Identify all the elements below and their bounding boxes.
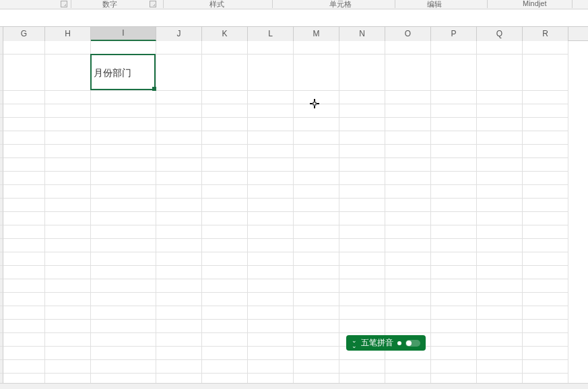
cell[interactable] xyxy=(385,158,431,172)
cell[interactable] xyxy=(202,306,248,320)
cell[interactable] xyxy=(156,293,202,306)
cell[interactable] xyxy=(91,91,156,104)
cell[interactable] xyxy=(91,279,156,293)
cell[interactable] xyxy=(3,225,45,239)
column-header[interactable]: K xyxy=(202,27,248,41)
cell[interactable] xyxy=(91,306,156,320)
cell[interactable] xyxy=(91,252,156,266)
cell[interactable] xyxy=(202,360,248,374)
cell[interactable] xyxy=(339,131,385,145)
cell[interactable] xyxy=(156,306,202,320)
cell[interactable] xyxy=(431,199,477,212)
cell[interactable] xyxy=(156,185,202,199)
cell[interactable] xyxy=(91,145,156,158)
cell[interactable] xyxy=(45,252,91,266)
cell[interactable] xyxy=(523,212,568,225)
cell[interactable] xyxy=(385,118,431,131)
column-header[interactable]: M xyxy=(294,27,339,41)
cell[interactable] xyxy=(3,306,45,320)
cell[interactable] xyxy=(156,199,202,212)
cell[interactable] xyxy=(339,293,385,306)
column-header[interactable]: N xyxy=(339,27,385,41)
cell[interactable] xyxy=(156,252,202,266)
cell[interactable] xyxy=(202,239,248,252)
cell[interactable] xyxy=(248,131,294,145)
cell[interactable] xyxy=(431,333,477,347)
ribbon-group-label[interactable]: Mindjet xyxy=(523,0,546,7)
cell[interactable] xyxy=(202,252,248,266)
cell[interactable] xyxy=(431,91,477,104)
cell[interactable] xyxy=(3,55,45,91)
cell[interactable] xyxy=(248,306,294,320)
cell[interactable] xyxy=(202,145,248,158)
cell[interactable] xyxy=(339,266,385,279)
cell[interactable] xyxy=(385,212,431,225)
cell[interactable] xyxy=(3,118,45,131)
cell[interactable] xyxy=(294,360,339,374)
cell[interactable] xyxy=(45,225,91,239)
ime-toggle[interactable] xyxy=(405,340,420,347)
cell[interactable] xyxy=(385,145,431,158)
cell[interactable] xyxy=(248,266,294,279)
cell[interactable] xyxy=(477,279,523,293)
cell[interactable] xyxy=(91,360,156,374)
cell[interactable] xyxy=(431,360,477,374)
cell[interactable] xyxy=(339,306,385,320)
cell[interactable] xyxy=(385,172,431,185)
cell[interactable] xyxy=(45,360,91,374)
cell[interactable] xyxy=(45,145,91,158)
cell[interactable] xyxy=(431,252,477,266)
cell[interactable] xyxy=(248,347,294,360)
cell[interactable] xyxy=(202,55,248,91)
cell[interactable] xyxy=(431,347,477,360)
cell[interactable] xyxy=(477,320,523,333)
cell[interactable] xyxy=(294,185,339,199)
cell[interactable] xyxy=(294,279,339,293)
cell[interactable] xyxy=(3,199,45,212)
cell[interactable] xyxy=(385,252,431,266)
cell[interactable] xyxy=(3,347,45,360)
cell[interactable] xyxy=(248,91,294,104)
cell[interactable] xyxy=(202,185,248,199)
cell[interactable] xyxy=(477,172,523,185)
cell[interactable] xyxy=(91,212,156,225)
cell[interactable] xyxy=(3,185,45,199)
cell[interactable] xyxy=(202,158,248,172)
column-header[interactable]: Q xyxy=(477,27,523,41)
active-cell[interactable]: 月份部门 xyxy=(91,55,156,91)
cell[interactable] xyxy=(477,347,523,360)
cell[interactable] xyxy=(248,172,294,185)
cell[interactable] xyxy=(202,225,248,239)
cell[interactable] xyxy=(248,360,294,374)
cell[interactable] xyxy=(385,306,431,320)
cell[interactable] xyxy=(156,158,202,172)
cell[interactable] xyxy=(431,293,477,306)
cell[interactable] xyxy=(477,252,523,266)
cell[interactable] xyxy=(294,239,339,252)
cell[interactable] xyxy=(477,158,523,172)
cell[interactable] xyxy=(156,41,202,55)
cell[interactable] xyxy=(91,320,156,333)
cell[interactable] xyxy=(523,360,568,374)
cell[interactable] xyxy=(202,131,248,145)
cell[interactable] xyxy=(45,172,91,185)
cell[interactable] xyxy=(385,360,431,374)
cell[interactable] xyxy=(156,360,202,374)
cell[interactable] xyxy=(431,104,477,118)
cell[interactable] xyxy=(248,239,294,252)
cell[interactable] xyxy=(45,279,91,293)
cell[interactable] xyxy=(45,158,91,172)
cell[interactable] xyxy=(431,41,477,55)
cell[interactable] xyxy=(477,360,523,374)
cell[interactable] xyxy=(385,266,431,279)
cell[interactable] xyxy=(477,104,523,118)
cell[interactable] xyxy=(477,225,523,239)
cell[interactable] xyxy=(339,185,385,199)
cell[interactable] xyxy=(45,293,91,306)
cell[interactable] xyxy=(248,320,294,333)
cell[interactable] xyxy=(294,252,339,266)
cell[interactable] xyxy=(339,172,385,185)
cell[interactable] xyxy=(248,252,294,266)
cell[interactable] xyxy=(339,145,385,158)
cell[interactable] xyxy=(294,172,339,185)
